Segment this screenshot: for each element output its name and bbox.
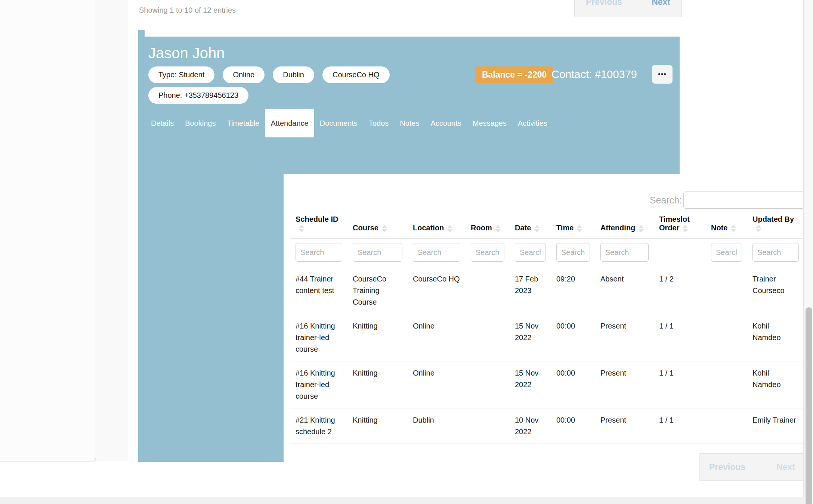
column-label: Attending (600, 224, 635, 232)
filter-cell-updated-by (747, 238, 804, 267)
vertical-scrollbar[interactable] (804, 0, 813, 504)
cell-date: 15 Nov 2022 (510, 314, 551, 361)
filter-input-updated-by[interactable] (752, 243, 799, 262)
column-header-date[interactable]: Date (510, 211, 551, 238)
table-row: #21 Knitting schedule 2KnittingDublin10 … (290, 408, 804, 444)
attendance-table: Schedule IDCourseLocationRoomDateTimeAtt… (290, 211, 804, 444)
attendance-pagination: Previous Next (699, 453, 805, 481)
cell-location: Dublin (408, 408, 466, 444)
tab-messages[interactable]: Messages (467, 109, 512, 137)
table-search-label: Search: (650, 195, 682, 206)
column-label: Course (353, 224, 378, 232)
filter-cell-time (551, 238, 595, 267)
filter-input-time[interactable] (556, 243, 590, 262)
sort-icon[interactable] (731, 225, 736, 233)
cell-note (706, 314, 747, 361)
column-label: Schedule ID (296, 215, 338, 223)
cell-room (466, 361, 510, 408)
sort-icon[interactable] (447, 225, 452, 233)
profile-tags: Type: StudentOnlineDublinCourseCo HQPhon… (148, 66, 443, 104)
profile-pill-dublin: Dublin (273, 66, 314, 83)
sort-icon[interactable] (577, 225, 582, 233)
tab-details[interactable]: Details (145, 109, 179, 137)
profile-pill-type: Type: Student (148, 66, 214, 83)
footer-bar (0, 497, 804, 504)
filter-input-attending[interactable] (600, 243, 649, 262)
cell-timeslot-order: 1 / 1 (654, 408, 706, 444)
filter-input-location[interactable] (413, 243, 460, 262)
sort-icon[interactable] (756, 225, 761, 233)
sort-icon[interactable] (683, 225, 688, 233)
cell-room (466, 408, 510, 444)
column-label: Location (413, 224, 444, 232)
contacts-next-button[interactable]: Next (652, 0, 670, 7)
profile-panel-notch (138, 30, 145, 37)
attendance-previous-button[interactable]: Previous (709, 462, 745, 472)
cell-room (466, 314, 510, 361)
cell-updated-by: Trainer Courseco (747, 267, 804, 314)
cell-updated-by: Kohil Namdeo (747, 361, 804, 408)
tab-notes[interactable]: Notes (394, 109, 425, 137)
contact-id-label: Contact: #100379 (551, 68, 637, 81)
cell-schedule-id: #16 Knitting trainer-led course (290, 361, 347, 408)
table-search-input[interactable] (683, 192, 804, 209)
tab-timetable[interactable]: Timetable (221, 109, 265, 137)
cell-note (706, 267, 747, 314)
column-header-location[interactable]: Location (408, 211, 466, 238)
filter-input-date[interactable] (515, 243, 546, 262)
column-label: Room (471, 224, 492, 232)
scrollbar-thumb[interactable] (806, 307, 812, 504)
cell-location: Online (408, 314, 466, 361)
cell-attending: Present (595, 408, 654, 444)
filter-cell-attending (595, 238, 654, 267)
sort-icon[interactable] (639, 225, 644, 233)
cell-time: 00:00 (551, 314, 595, 361)
tab-documents[interactable]: Documents (314, 109, 363, 137)
tab-bookings[interactable]: Bookings (179, 109, 221, 137)
cell-note (706, 361, 747, 408)
contacts-pagination: Previous Next (574, 0, 682, 17)
attendance-next-button[interactable]: Next (776, 462, 795, 472)
column-label: Note (711, 224, 727, 232)
column-header-schedule-id[interactable]: Schedule ID (290, 211, 347, 238)
cell-date: 10 Nov 2022 (510, 408, 551, 444)
left-sidebar-panel (0, 0, 96, 461)
cell-attending: Present (595, 361, 654, 408)
cell-time: 00:00 (551, 361, 595, 408)
more-options-icon[interactable]: ••• (652, 65, 673, 84)
sort-icon[interactable] (495, 225, 501, 233)
tab-activities[interactable]: Activities (512, 109, 553, 137)
cell-course: CourseCo Training Course (347, 267, 408, 314)
contacts-showing-entries: Showing 1 to 10 of 12 entries (139, 6, 236, 15)
cell-date: 17 Feb 2023 (510, 267, 551, 314)
filter-input-schedule-id[interactable] (296, 243, 342, 262)
column-header-attending[interactable]: Attending (595, 211, 654, 238)
column-header-updated-by[interactable]: Updated By (747, 211, 804, 238)
tab-todos[interactable]: Todos (363, 109, 394, 137)
filter-input-note[interactable] (711, 243, 742, 262)
column-header-note[interactable]: Note (706, 211, 747, 238)
table-row: #16 Knitting trainer-led courseKnittingO… (290, 361, 804, 408)
column-header-course[interactable]: Course (347, 211, 408, 238)
contacts-previous-button[interactable]: Previous (586, 0, 622, 7)
column-label: Updated By (752, 215, 794, 223)
tab-attendance[interactable]: Attendance (265, 109, 314, 137)
cell-timeslot-order: 1 / 2 (654, 267, 706, 314)
cell-schedule-id: #16 Knitting trainer-led course (290, 314, 347, 361)
column-label: Date (515, 224, 531, 232)
column-header-timeslot-order[interactable]: Timeslot Order (654, 211, 706, 238)
tab-accounts[interactable]: Accounts (425, 109, 467, 137)
column-header-room[interactable]: Room (466, 211, 510, 238)
profile-pill-online: Online (223, 66, 265, 83)
sort-icon[interactable] (299, 225, 304, 233)
sort-icon[interactable] (534, 225, 540, 233)
table-row: #16 Knitting trainer-led courseKnittingO… (290, 314, 804, 361)
cell-time: 00:00 (551, 408, 595, 444)
page-title: Jason John (148, 45, 225, 62)
cell-updated-by: Kohil Namdeo (747, 314, 804, 361)
filter-cell-location (408, 238, 466, 267)
sort-icon[interactable] (382, 225, 387, 233)
column-header-time[interactable]: Time (551, 211, 595, 238)
filter-input-course[interactable] (353, 243, 402, 262)
filter-input-room[interactable] (471, 243, 504, 262)
